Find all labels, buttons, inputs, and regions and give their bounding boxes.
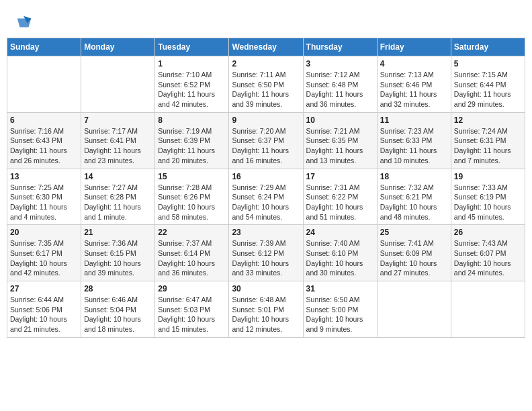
day-info: Sunrise: 7:13 AM Sunset: 6:46 PM Dayligh… <box>380 70 448 109</box>
calendar-week-row: 13Sunrise: 7:25 AM Sunset: 6:30 PM Dayli… <box>7 169 525 225</box>
calendar-cell: 3Sunrise: 7:12 AM Sunset: 6:48 PM Daylig… <box>303 56 377 113</box>
day-info: Sunrise: 7:21 AM Sunset: 6:35 PM Dayligh… <box>306 126 374 166</box>
calendar-week-row: 6Sunrise: 7:16 AM Sunset: 6:43 PM Daylig… <box>7 112 525 169</box>
calendar-cell: 17Sunrise: 7:31 AM Sunset: 6:22 PM Dayli… <box>303 169 377 225</box>
calendar-cell <box>451 281 525 338</box>
logo-icon <box>15 13 34 32</box>
day-info: Sunrise: 7:39 AM Sunset: 6:12 PM Dayligh… <box>232 238 300 278</box>
day-info: Sunrise: 7:23 AM Sunset: 6:33 PM Dayligh… <box>380 126 448 166</box>
day-info: Sunrise: 7:40 AM Sunset: 6:10 PM Dayligh… <box>306 238 374 278</box>
day-info: Sunrise: 7:27 AM Sunset: 6:28 PM Dayligh… <box>84 183 152 222</box>
calendar-cell: 19Sunrise: 7:33 AM Sunset: 6:19 PM Dayli… <box>451 169 525 225</box>
day-number: 31 <box>306 284 374 293</box>
day-number: 17 <box>306 172 374 181</box>
day-number: 26 <box>454 228 522 237</box>
day-info: Sunrise: 7:29 AM Sunset: 6:24 PM Dayligh… <box>232 183 300 222</box>
day-number: 13 <box>10 172 78 181</box>
calendar-cell: 5Sunrise: 7:15 AM Sunset: 6:44 PM Daylig… <box>451 56 525 113</box>
calendar-cell: 26Sunrise: 7:43 AM Sunset: 6:07 PM Dayli… <box>451 225 525 281</box>
day-info: Sunrise: 6:44 AM Sunset: 5:06 PM Dayligh… <box>10 295 78 334</box>
calendar-cell: 20Sunrise: 7:35 AM Sunset: 6:17 PM Dayli… <box>7 225 81 281</box>
calendar-cell: 1Sunrise: 7:10 AM Sunset: 6:52 PM Daylig… <box>155 56 229 113</box>
calendar-cell <box>7 56 81 113</box>
calendar-cell: 25Sunrise: 7:41 AM Sunset: 6:09 PM Dayli… <box>377 225 451 281</box>
day-number: 22 <box>158 228 226 237</box>
calendar-cell: 16Sunrise: 7:29 AM Sunset: 6:24 PM Dayli… <box>229 169 303 225</box>
day-info: Sunrise: 7:12 AM Sunset: 6:48 PM Dayligh… <box>306 70 374 109</box>
page-header <box>7 7 525 38</box>
calendar-cell: 31Sunrise: 6:50 AM Sunset: 5:00 PM Dayli… <box>303 281 377 338</box>
calendar-cell: 2Sunrise: 7:11 AM Sunset: 6:50 PM Daylig… <box>229 56 303 113</box>
day-number: 1 <box>158 59 226 68</box>
day-number: 4 <box>380 59 448 68</box>
day-number: 18 <box>380 172 448 181</box>
day-number: 15 <box>158 172 226 181</box>
day-info: Sunrise: 7:17 AM Sunset: 6:41 PM Dayligh… <box>84 126 152 166</box>
day-number: 27 <box>10 284 78 293</box>
calendar-cell: 28Sunrise: 6:46 AM Sunset: 5:04 PM Dayli… <box>81 281 155 338</box>
calendar-cell: 22Sunrise: 7:37 AM Sunset: 6:14 PM Dayli… <box>155 225 229 281</box>
calendar-cell: 24Sunrise: 7:40 AM Sunset: 6:10 PM Dayli… <box>303 225 377 281</box>
day-number: 7 <box>84 116 152 125</box>
calendar-cell: 15Sunrise: 7:28 AM Sunset: 6:26 PM Dayli… <box>155 169 229 225</box>
calendar-cell: 18Sunrise: 7:32 AM Sunset: 6:21 PM Dayli… <box>377 169 451 225</box>
day-info: Sunrise: 7:15 AM Sunset: 6:44 PM Dayligh… <box>454 70 522 109</box>
day-number: 11 <box>380 116 448 125</box>
calendar-cell: 12Sunrise: 7:24 AM Sunset: 6:31 PM Dayli… <box>451 112 525 169</box>
calendar-header-monday: Monday <box>81 38 155 56</box>
calendar-cell: 30Sunrise: 6:48 AM Sunset: 5:01 PM Dayli… <box>229 281 303 338</box>
day-number: 16 <box>232 172 300 181</box>
day-info: Sunrise: 7:32 AM Sunset: 6:21 PM Dayligh… <box>380 183 448 222</box>
calendar-cell <box>377 281 451 338</box>
calendar-cell: 27Sunrise: 6:44 AM Sunset: 5:06 PM Dayli… <box>7 281 81 338</box>
day-number: 20 <box>10 228 78 237</box>
day-info: Sunrise: 7:20 AM Sunset: 6:37 PM Dayligh… <box>232 126 300 166</box>
day-info: Sunrise: 7:25 AM Sunset: 6:30 PM Dayligh… <box>10 183 78 222</box>
day-info: Sunrise: 6:46 AM Sunset: 5:04 PM Dayligh… <box>84 295 152 334</box>
day-info: Sunrise: 7:37 AM Sunset: 6:14 PM Dayligh… <box>158 238 226 278</box>
calendar-cell: 14Sunrise: 7:27 AM Sunset: 6:28 PM Dayli… <box>81 169 155 225</box>
calendar-header-sunday: Sunday <box>7 38 81 56</box>
calendar-header-friday: Friday <box>377 38 451 56</box>
day-number: 10 <box>306 116 374 125</box>
calendar-cell: 9Sunrise: 7:20 AM Sunset: 6:37 PM Daylig… <box>229 112 303 169</box>
calendar-cell: 10Sunrise: 7:21 AM Sunset: 6:35 PM Dayli… <box>303 112 377 169</box>
calendar-table: SundayMondayTuesdayWednesdayThursdayFrid… <box>7 38 525 338</box>
day-info: Sunrise: 7:11 AM Sunset: 6:50 PM Dayligh… <box>232 70 300 109</box>
day-number: 24 <box>306 228 374 237</box>
day-number: 28 <box>84 284 152 293</box>
day-info: Sunrise: 7:43 AM Sunset: 6:07 PM Dayligh… <box>454 238 522 278</box>
day-info: Sunrise: 7:24 AM Sunset: 6:31 PM Dayligh… <box>454 126 522 166</box>
day-info: Sunrise: 7:33 AM Sunset: 6:19 PM Dayligh… <box>454 183 522 222</box>
day-info: Sunrise: 7:41 AM Sunset: 6:09 PM Dayligh… <box>380 238 448 278</box>
day-number: 21 <box>84 228 152 237</box>
day-number: 23 <box>232 228 300 237</box>
calendar-cell: 8Sunrise: 7:19 AM Sunset: 6:39 PM Daylig… <box>155 112 229 169</box>
day-info: Sunrise: 7:10 AM Sunset: 6:52 PM Dayligh… <box>158 70 226 109</box>
day-number: 30 <box>232 284 300 293</box>
day-number: 9 <box>232 116 300 125</box>
calendar-week-row: 20Sunrise: 7:35 AM Sunset: 6:17 PM Dayli… <box>7 225 525 281</box>
day-info: Sunrise: 7:16 AM Sunset: 6:43 PM Dayligh… <box>10 126 78 166</box>
calendar-header-row: SundayMondayTuesdayWednesdayThursdayFrid… <box>7 38 525 56</box>
calendar-week-row: 1Sunrise: 7:10 AM Sunset: 6:52 PM Daylig… <box>7 56 525 113</box>
day-number: 25 <box>380 228 448 237</box>
day-info: Sunrise: 7:35 AM Sunset: 6:17 PM Dayligh… <box>10 238 78 278</box>
day-info: Sunrise: 7:28 AM Sunset: 6:26 PM Dayligh… <box>158 183 226 222</box>
calendar-cell: 7Sunrise: 7:17 AM Sunset: 6:41 PM Daylig… <box>81 112 155 169</box>
day-number: 6 <box>10 116 78 125</box>
calendar-header-tuesday: Tuesday <box>155 38 229 56</box>
day-info: Sunrise: 6:47 AM Sunset: 5:03 PM Dayligh… <box>158 295 226 334</box>
calendar-cell: 21Sunrise: 7:36 AM Sunset: 6:15 PM Dayli… <box>81 225 155 281</box>
calendar-cell <box>81 56 155 113</box>
calendar-cell: 4Sunrise: 7:13 AM Sunset: 6:46 PM Daylig… <box>377 56 451 113</box>
calendar-header-thursday: Thursday <box>303 38 377 56</box>
calendar-cell: 23Sunrise: 7:39 AM Sunset: 6:12 PM Dayli… <box>229 225 303 281</box>
day-number: 19 <box>454 172 522 181</box>
day-number: 3 <box>306 59 374 68</box>
logo <box>13 13 34 32</box>
day-number: 14 <box>84 172 152 181</box>
calendar-cell: 29Sunrise: 6:47 AM Sunset: 5:03 PM Dayli… <box>155 281 229 338</box>
calendar-week-row: 27Sunrise: 6:44 AM Sunset: 5:06 PM Dayli… <box>7 281 525 338</box>
calendar-header-saturday: Saturday <box>451 38 525 56</box>
